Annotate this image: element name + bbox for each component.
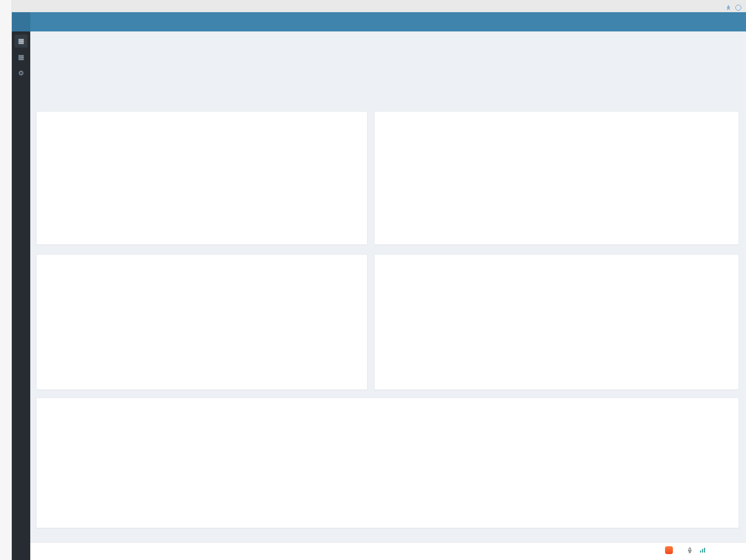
home-button[interactable] [12,12,30,31]
panel-daily [374,111,739,245]
page-footer [30,542,746,560]
ime-stats-icon[interactable] [700,547,706,553]
grid-icon: ▦ [18,37,24,45]
sidebar-item-modules[interactable]: ▦ [15,51,28,64]
monthly-bar-chart [37,112,368,245]
origin-line-chart [375,255,739,390]
panel-product [36,254,367,390]
help-icon[interactable] [735,5,741,11]
collapse-tabs-icon[interactable]: ≪ [726,5,732,11]
ime-mic-icon[interactable] [687,547,693,553]
sidebar-item-dashboard[interactable]: ▦ [15,35,28,48]
sidebar-item-settings[interactable]: ⚙ [15,67,28,80]
judge-area-chart [37,398,739,529]
grid-icon: ▦ [18,53,24,61]
dashboard-window: ≪ ▦ ▦ ⚙ [0,0,746,560]
panel-monthly [36,111,367,245]
sogou-logo[interactable] [665,546,673,554]
tab-bar: ≪ [12,0,746,12]
ime-toolbar [665,546,713,554]
product-pie-chart[interactable] [174,286,257,369]
panel-judge [36,398,739,528]
left-collapse-strip [0,0,12,560]
daily-scatter-chart [375,112,739,245]
sidebar: ▦ ▦ ⚙ [12,31,30,560]
panel-origin [374,254,739,390]
app-header [12,12,746,31]
gear-icon: ⚙ [18,69,24,77]
main-content [30,31,746,560]
